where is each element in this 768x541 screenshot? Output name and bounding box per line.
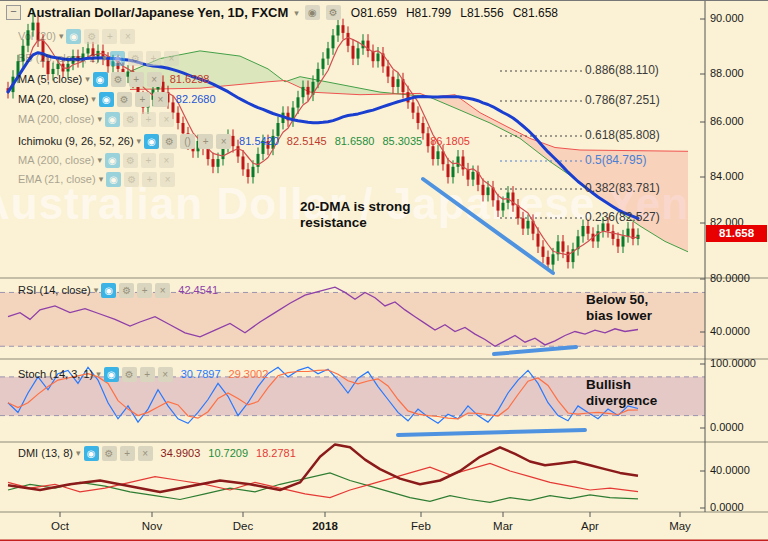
candle-body [342,25,345,33]
indicator-legend-row[interactable]: Vol (20)▾◉⚙+× [18,28,135,44]
chevron-down-icon[interactable]: ▾ [96,369,101,379]
chevron-down-icon[interactable]: ▾ [91,94,96,104]
remove-indicator-button[interactable]: × [164,51,179,66]
settings-button[interactable]: ⚙ [122,367,137,382]
candle-body [567,252,570,262]
remove-indicator-button[interactable]: × [158,367,173,382]
add-indicator-button[interactable]: + [141,153,156,168]
add-indicator-button[interactable]: + [146,51,161,66]
add-indicator-button[interactable]: + [120,446,135,461]
fib-level-label[interactable]: 0.382(83.781) [585,181,660,195]
visibility-toggle-button[interactable]: ◉ [305,5,320,20]
remove-indicator-button[interactable]: × [216,134,231,149]
chevron-down-icon[interactable]: ▾ [97,114,102,124]
settings-button[interactable]: ⚙ [123,112,138,127]
fib-level-label[interactable]: 0.618(85.808) [585,128,660,142]
indicator-legend-row[interactable]: Ichimoku (9, 26, 52, 26)▾◉⚙()+×81.542082… [18,133,470,149]
visibility-toggle-button[interactable]: ◉ [84,446,99,461]
settings-button[interactable]: ⚙ [124,172,139,187]
indicator-legend-row[interactable]: EMA (21, close)▾◉⚙+× [18,171,175,187]
visibility-toggle-button[interactable]: ◉ [66,29,81,44]
fib-level-label[interactable]: 0.786(87.251) [585,93,660,107]
chevron-down-icon[interactable]: ▾ [97,155,102,165]
drawn-trendline[interactable] [398,430,585,435]
candle-body [457,157,460,167]
indicator-legend-row[interactable]: Stoch (14, 3, 1)▾◉⚙+×30.789729.3002 [18,366,268,382]
indicator-legend-row[interactable]: MA (20, close)▾◉⚙+×82.2680 [18,91,216,107]
chevron-down-icon[interactable]: ▾ [99,174,104,184]
settings-button[interactable]: ⚙ [162,134,177,149]
remove-indicator-button[interactable]: × [159,153,174,168]
candle-body [587,226,590,234]
visibility-toggle-button[interactable]: ◉ [110,51,125,66]
candle-body [602,223,605,231]
remove-indicator-button[interactable]: × [160,172,175,187]
remove-indicator-button[interactable]: × [138,446,153,461]
fib-level-label[interactable]: 0.886(88.110) [585,63,659,77]
remove-indicator-button[interactable]: × [159,112,174,127]
indicator-value: 18.2781 [256,447,296,459]
candle-body [317,69,320,82]
candle-body [497,200,500,210]
add-indicator-button[interactable]: + [140,367,155,382]
settings-button[interactable]: ⚙ [128,51,143,66]
visibility-toggle-button[interactable]: ◉ [105,153,120,168]
chevron-down-icon[interactable]: ▾ [94,285,99,295]
source-button[interactable]: () [180,134,195,149]
candle-body [607,223,610,231]
fib-level-label[interactable]: 0.236(82.527) [585,210,660,224]
symbol-title[interactable]: Australian Dollar/Japanese Yen, 1D, FXCM [27,5,288,20]
indicator-label: MA (20, close) [18,93,88,105]
add-indicator-button[interactable]: + [129,72,144,87]
chevron-down-icon[interactable]: ▾ [102,53,107,63]
settings-button[interactable]: ⚙ [102,446,117,461]
visibility-toggle-button[interactable]: ◉ [99,92,114,107]
indicator-value: 42.4541 [178,284,218,296]
chevron-down-icon[interactable]: ▾ [76,448,81,458]
settings-button[interactable]: ⚙ [326,5,341,20]
settings-button[interactable]: ⚙ [123,153,138,168]
add-indicator-button[interactable]: + [142,172,157,187]
chevron-down-icon[interactable]: ▾ [137,136,142,146]
drawn-trendline[interactable] [494,347,576,354]
visibility-toggle-button[interactable]: ◉ [104,367,119,382]
settings-button[interactable]: ⚙ [119,283,134,298]
chevron-down-icon[interactable]: ▾ [59,31,64,41]
add-indicator-button[interactable]: + [198,134,213,149]
chart-annotation[interactable]: 20-DMA is strongresistance [300,199,411,231]
indicator-legend-row[interactable]: BB (20, close, 2)▾◉⚙+× [18,50,179,66]
remove-indicator-button[interactable]: × [153,92,168,107]
settings-button[interactable]: ⚙ [84,29,99,44]
candle-body [337,25,340,35]
chevron-down-icon[interactable]: ▾ [294,8,299,18]
candle-body [527,221,530,229]
indicator-legend-row[interactable]: MA (5, close)▾◉⚙+×81.6298 [18,71,209,87]
remove-indicator-button[interactable]: × [120,29,135,44]
remove-indicator-button[interactable]: × [147,72,162,87]
candle-body [242,157,245,170]
indicator-legend-row[interactable]: RSI (14, close)▾◉⚙+×42.4541 [18,282,218,298]
collapse-icon[interactable]: − [6,5,21,20]
settings-button[interactable]: ⚙ [117,92,132,107]
indicator-legend-row[interactable]: MA (200, close)▾◉⚙+× [18,152,174,168]
add-indicator-button[interactable]: + [141,112,156,127]
remove-indicator-button[interactable]: × [155,283,170,298]
add-indicator-button[interactable]: + [135,92,150,107]
visibility-toggle-button[interactable]: ◉ [93,72,108,87]
chevron-down-icon[interactable]: ▾ [85,74,90,84]
indicator-label: Ichimoku (9, 26, 52, 26) [18,135,134,147]
settings-button[interactable]: ⚙ [111,72,126,87]
visibility-toggle-button[interactable]: ◉ [101,283,116,298]
add-indicator-button[interactable]: + [102,29,117,44]
indicator-legend-row[interactable]: MA (200, close)▾◉⚙+× [18,111,174,127]
fib-level-label[interactable]: 0.5(84.795) [585,153,646,167]
indicator-label: MA (5, close) [18,73,82,85]
chart-annotation[interactable]: Bullishdivergence [586,377,657,409]
visibility-toggle-button[interactable]: ◉ [105,112,120,127]
indicator-legend-row[interactable]: DMI (13, 8)▾◉⚙+×34.990310.720918.2781 [18,445,296,461]
candle-body [542,247,545,257]
visibility-toggle-button[interactable]: ◉ [144,134,159,149]
add-indicator-button[interactable]: + [137,283,152,298]
chart-annotation[interactable]: Below 50,bias lower [586,292,652,324]
visibility-toggle-button[interactable]: ◉ [106,172,121,187]
